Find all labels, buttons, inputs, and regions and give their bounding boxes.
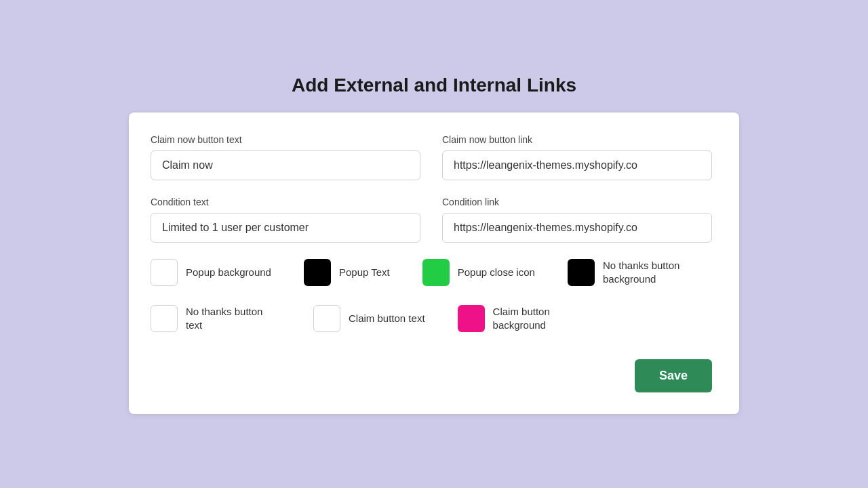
color-swatch-no-thanks-button-background[interactable]	[568, 259, 595, 286]
condition-text-group: Condition text	[151, 197, 420, 243]
claim-now-link-input[interactable]	[442, 150, 712, 180]
claim-now-link-label: Claim now button link	[442, 134, 712, 145]
claim-now-text-label: Claim now button text	[151, 134, 420, 145]
color-swatch-popup-close-icon[interactable]	[422, 259, 450, 286]
page-wrapper: Add External and Internal Links Claim no…	[0, 61, 868, 428]
color-item-no-thanks-button-background: No thanks button background	[568, 259, 698, 286]
condition-link-input[interactable]	[442, 213, 712, 243]
claim-now-link-group: Claim now button link	[442, 134, 712, 180]
color-item-popup-close-icon: Popup close icon	[422, 259, 535, 286]
color-label-popup-close-icon: Popup close icon	[458, 266, 535, 279]
footer-row: Save	[151, 359, 712, 392]
color-label-popup-text: Popup Text	[339, 266, 390, 279]
color-label-no-thanks-button-background: No thanks button background	[603, 259, 698, 285]
save-button[interactable]: Save	[635, 359, 712, 392]
condition-link-group: Condition link	[442, 197, 712, 243]
color-label-claim-button-background: Claim button background	[493, 305, 588, 331]
color-item-claim-button-text: Claim button text	[313, 305, 425, 332]
color-item-no-thanks-button-text: No thanks button text	[151, 305, 281, 332]
color-label-claim-button-text: Claim button text	[349, 312, 425, 325]
condition-link-label: Condition link	[442, 197, 712, 207]
color-swatch-popup-text[interactable]	[304, 259, 331, 286]
color-item-claim-button-background: Claim button background	[458, 305, 588, 332]
color-label-popup-background: Popup background	[186, 266, 271, 279]
color-swatch-claim-button-text[interactable]	[313, 305, 340, 332]
color-swatch-no-thanks-button-text[interactable]	[151, 305, 178, 332]
color-section: Popup backgroundPopup TextPopup close ic…	[151, 259, 712, 343]
page-title: Add External and Internal Links	[292, 75, 576, 96]
color-item-popup-background: Popup background	[151, 259, 271, 286]
condition-text-input[interactable]	[151, 213, 420, 243]
claim-now-text-input[interactable]	[151, 150, 420, 180]
color-swatch-popup-background[interactable]	[151, 259, 178, 286]
claim-now-text-group: Claim now button text	[151, 134, 420, 180]
color-label-no-thanks-button-text: No thanks button text	[186, 305, 281, 331]
color-item-popup-text: Popup Text	[304, 259, 390, 286]
color-swatch-claim-button-background[interactable]	[458, 305, 485, 332]
main-card: Claim now button text Claim now button l…	[129, 113, 739, 414]
condition-text-label: Condition text	[151, 197, 420, 207]
form-row-2: Condition text Condition link	[151, 197, 712, 243]
form-row-1: Claim now button text Claim now button l…	[151, 134, 712, 180]
